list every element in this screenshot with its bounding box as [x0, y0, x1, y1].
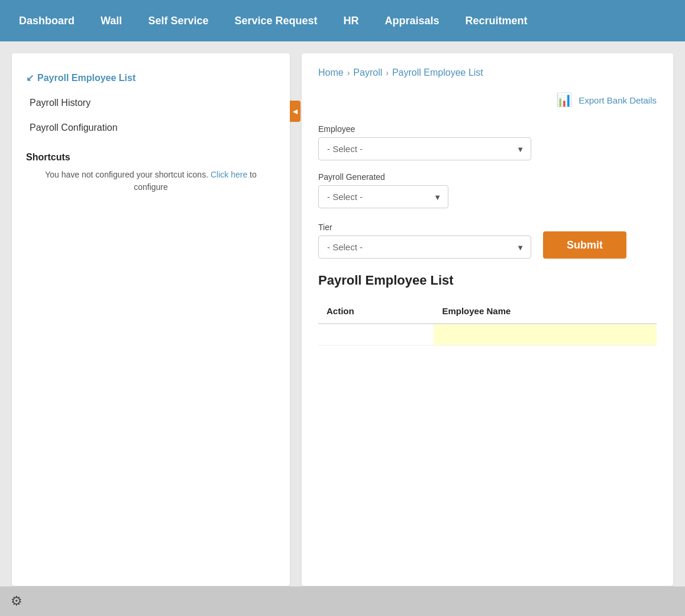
sidebar-item-payroll-employee-list[interactable]: ↙ Payroll Employee List: [12, 65, 290, 91]
breadcrumb-home[interactable]: Home: [318, 67, 344, 78]
table-row: [318, 324, 657, 345]
employee-filter-group: Employee - Select - ▼: [318, 124, 531, 160]
payroll-generated-label: Payroll Generated: [318, 172, 448, 182]
employee-select-wrapper: - Select - ▼: [318, 137, 531, 160]
payroll-generated-select-wrapper: - Select - ▼: [318, 185, 448, 208]
nav-item-recruitment[interactable]: Recruitment: [453, 0, 541, 41]
table-header-action: Action: [318, 299, 434, 324]
top-nav: Dashboard Wall Self Service Service Requ…: [0, 0, 685, 41]
filter-row-1: Employee - Select - ▼ Payroll Generated …: [318, 124, 657, 208]
employee-name-cell: [434, 324, 657, 345]
nav-item-hr[interactable]: HR: [331, 0, 372, 41]
tier-select[interactable]: - Select -: [318, 236, 531, 259]
tier-label: Tier: [318, 222, 531, 232]
shortcuts-title: Shortcuts: [26, 152, 276, 163]
action-cell: [318, 324, 434, 345]
breadcrumb-sep2: ›: [386, 68, 389, 78]
export-row: 📊 Export Bank Details: [318, 89, 657, 111]
tier-select-wrapper: - Select - ▼: [318, 236, 531, 259]
breadcrumb-payroll[interactable]: Payroll: [353, 67, 382, 78]
content-area: Home › Payroll › Payroll Employee List 📊…: [302, 53, 673, 586]
shortcuts-click-here-link[interactable]: Click here: [211, 170, 247, 179]
filter-row-2: Tier - Select - ▼ Submit: [318, 222, 657, 259]
sidebar-toggle-icon: ◄: [291, 107, 299, 116]
payroll-generated-filter-group: Payroll Generated - Select - ▼: [318, 172, 448, 208]
submit-button[interactable]: Submit: [543, 231, 626, 259]
sidebar-item-payroll-configuration[interactable]: Payroll Configuration: [12, 115, 290, 140]
employee-select[interactable]: - Select -: [318, 137, 531, 160]
nav-item-appraisals[interactable]: Appraisals: [372, 0, 453, 41]
bottom-bar: ⚙: [0, 586, 685, 616]
settings-gear-icon[interactable]: ⚙: [11, 594, 22, 609]
sidebar-active-label: Payroll Employee List: [37, 73, 135, 83]
breadcrumb: Home › Payroll › Payroll Employee List: [318, 67, 657, 78]
sidebar-toggle[interactable]: ◄: [290, 101, 301, 122]
sidebar-item-payroll-history[interactable]: Payroll History: [12, 91, 290, 115]
main-layout: ◄ ↙ Payroll Employee List Payroll Histor…: [0, 41, 685, 598]
payroll-generated-select[interactable]: - Select -: [318, 185, 448, 208]
nav-item-service-request[interactable]: Service Request: [221, 0, 330, 41]
nav-item-self-service[interactable]: Self Service: [135, 0, 221, 41]
shortcuts-text: You have not configured your shortcut ic…: [26, 169, 276, 193]
active-arrow-icon: ↙: [26, 72, 34, 83]
table-body: [318, 324, 657, 345]
sidebar-label-payroll-config: Payroll Configuration: [30, 122, 118, 133]
export-label: Export Bank Details: [579, 95, 657, 105]
shortcuts-text-before: You have not configured your shortcut ic…: [45, 170, 208, 179]
shortcuts-section: Shortcuts You have not configured your s…: [12, 140, 290, 201]
export-excel-icon: 📊: [552, 89, 575, 111]
table-header: Action Employee Name: [318, 299, 657, 324]
breadcrumb-current: Payroll Employee List: [392, 67, 483, 78]
employee-label: Employee: [318, 124, 531, 134]
sidebar-label-payroll-history: Payroll History: [30, 98, 91, 108]
payroll-employee-table: Action Employee Name: [318, 299, 657, 346]
nav-item-dashboard[interactable]: Dashboard: [6, 0, 88, 41]
tier-filter-group: Tier - Select - ▼: [318, 222, 531, 259]
table-section-title: Payroll Employee List: [318, 273, 657, 288]
nav-item-wall[interactable]: Wall: [88, 0, 135, 41]
table-header-employee-name: Employee Name: [434, 299, 657, 324]
breadcrumb-sep1: ›: [347, 68, 350, 78]
sidebar: ◄ ↙ Payroll Employee List Payroll Histor…: [12, 53, 290, 586]
export-bank-details-button[interactable]: 📊 Export Bank Details: [552, 89, 657, 111]
